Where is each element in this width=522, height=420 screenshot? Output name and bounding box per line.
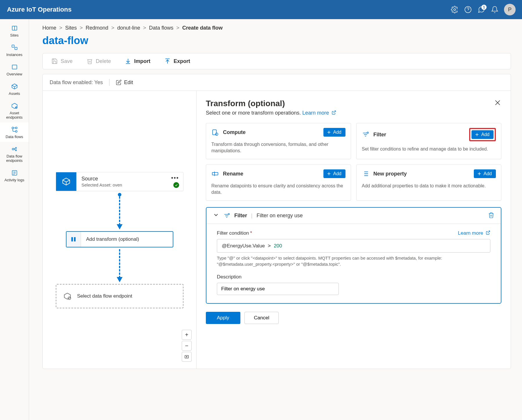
crumb-sites[interactable]: Sites <box>65 25 77 31</box>
crumb-redmond[interactable]: Redmond <box>86 25 108 31</box>
source-subtitle: Selected Asset: oven <box>82 182 178 187</box>
sidebar-label: Activity logs <box>4 178 24 182</box>
header-actions: 1 P <box>451 4 516 15</box>
sidebar-item-assets[interactable]: Assets <box>0 79 29 99</box>
sites-icon <box>11 24 18 32</box>
chevron-down-icon[interactable] <box>213 212 219 220</box>
filter-card: Filter Add Set filter conditions to refi… <box>356 123 501 159</box>
status-bar: Data flow enabled: Yes Edit <box>42 74 511 90</box>
assets-icon <box>11 83 18 90</box>
more-icon[interactable]: ••• <box>171 175 179 181</box>
svg-point-15 <box>15 150 17 151</box>
crumb-current: Create data flow <box>182 25 223 31</box>
compute-card: Compute Add Transform data through conve… <box>206 123 351 159</box>
connector <box>117 193 123 229</box>
learn-more-link[interactable]: Learn more <box>302 110 336 116</box>
connector <box>117 249 123 282</box>
endpoint-icon <box>63 292 71 300</box>
sidebar-label: Data flow endpoints <box>1 154 28 163</box>
asset-endpoints-icon <box>11 102 18 110</box>
new-property-card: New property Add Add additional properti… <box>356 164 501 201</box>
crumb-data-flows[interactable]: Data flows <box>149 25 173 31</box>
crumb-home[interactable]: Home <box>42 25 56 31</box>
zoom-out-button[interactable]: − <box>182 341 192 351</box>
sidebar-item-activity-logs[interactable]: Activity logs <box>0 166 29 185</box>
sidebar-item-asset-endpoints[interactable]: Asset endpoints <box>0 99 29 122</box>
export-button[interactable]: Export <box>164 58 190 64</box>
zoom-controls: + − <box>182 330 192 362</box>
filter-icon <box>223 212 230 219</box>
sidebar-item-dataflow-endpoints[interactable]: Data flow endpoints <box>0 142 29 166</box>
svg-point-34 <box>215 133 218 135</box>
endpoint-node[interactable]: Select data flow endpoint <box>56 284 183 308</box>
svg-rect-25 <box>74 237 76 242</box>
apply-button[interactable]: Apply <box>206 312 240 324</box>
main-content: Home> Sites> Redmond> donut-line> Data f… <box>29 19 522 420</box>
add-filter-button[interactable]: Add <box>471 130 494 139</box>
zoom-fit-button[interactable] <box>182 352 192 362</box>
source-title: Source <box>82 176 178 182</box>
delete-filter-button[interactable] <box>488 212 494 220</box>
description-input[interactable] <box>217 283 339 295</box>
panel-subtitle: Select one or more transform operations.… <box>206 110 501 116</box>
help-icon[interactable] <box>464 6 472 14</box>
settings-icon[interactable] <box>451 6 459 14</box>
zoom-in-button[interactable]: + <box>182 330 192 340</box>
sidebar-label: Assets <box>9 91 20 96</box>
toolbar: Save Delete Import Export <box>42 53 511 69</box>
sidebar-item-overview[interactable]: Overview <box>0 60 29 79</box>
svg-point-11 <box>15 131 17 132</box>
sidebar-item-instances[interactable]: Instances <box>0 40 29 60</box>
svg-point-29 <box>186 356 187 357</box>
add-compute-button[interactable]: Add <box>323 128 345 137</box>
svg-point-13 <box>12 148 14 150</box>
svg-rect-33 <box>213 130 216 135</box>
sidebar-label: Instances <box>6 52 23 57</box>
overview-icon <box>11 63 18 71</box>
description-label: Description <box>217 274 490 280</box>
cube-icon <box>56 172 76 191</box>
close-icon[interactable] <box>494 99 501 108</box>
filter-condition-input[interactable]: @EnergyUse.Value > 200 <box>217 239 490 253</box>
edit-button[interactable]: Edit <box>116 79 133 86</box>
add-new-property-button[interactable]: Add <box>474 169 496 178</box>
svg-marker-23 <box>117 224 123 229</box>
rename-icon <box>211 170 219 178</box>
import-button[interactable]: Import <box>125 58 150 64</box>
transform-panel: Transform (optional) Select one or more … <box>197 91 511 369</box>
svg-rect-45 <box>212 173 218 175</box>
filter-condition-label: Filter condition* <box>217 230 252 236</box>
endpoint-label: Select data flow endpoint <box>77 293 132 299</box>
status-text: Data flow enabled: Yes <box>50 79 103 86</box>
page-title: data-flow <box>42 35 511 47</box>
svg-point-0 <box>454 9 456 11</box>
panel-footer: Apply Cancel <box>206 312 501 324</box>
crumb-donut-line[interactable]: donut-line <box>117 25 140 31</box>
user-avatar[interactable]: P <box>504 4 516 15</box>
save-button: Save <box>51 58 73 64</box>
source-node[interactable]: Source Selected Asset: oven ••• <box>56 172 183 191</box>
transform-cards: Compute Add Transform data through conve… <box>206 123 501 201</box>
instances-icon <box>11 44 18 51</box>
svg-marker-26 <box>117 277 123 282</box>
svg-point-14 <box>15 147 17 149</box>
transform-icon <box>66 232 81 247</box>
dataflow-endpoints-icon <box>11 145 18 153</box>
workspace: Source Selected Asset: oven ••• Add tran… <box>42 90 511 369</box>
svg-line-32 <box>334 111 336 113</box>
sidebar-item-data-flows[interactable]: Data flows <box>0 122 29 142</box>
filter-condition-help: Type "@" or click "<datapoint>" to selec… <box>217 255 490 267</box>
learn-more-link[interactable]: Learn more <box>458 230 490 236</box>
flow-canvas: Source Selected Asset: oven ••• Add tran… <box>43 91 197 369</box>
transform-node[interactable]: Add transform (optional) <box>66 231 173 247</box>
sidebar: Sites Instances Overview Assets Asset en… <box>0 19 29 420</box>
svg-point-12 <box>15 127 17 129</box>
sidebar-label: Data flows <box>6 135 23 139</box>
cancel-button[interactable]: Cancel <box>244 312 279 324</box>
notifications-icon[interactable] <box>491 6 499 14</box>
add-rename-button[interactable]: Add <box>323 169 345 178</box>
activity-logs-icon <box>11 169 18 177</box>
sidebar-item-sites[interactable]: Sites <box>0 21 29 40</box>
feedback-icon[interactable]: 1 <box>477 6 485 14</box>
delete-button: Delete <box>87 58 111 64</box>
